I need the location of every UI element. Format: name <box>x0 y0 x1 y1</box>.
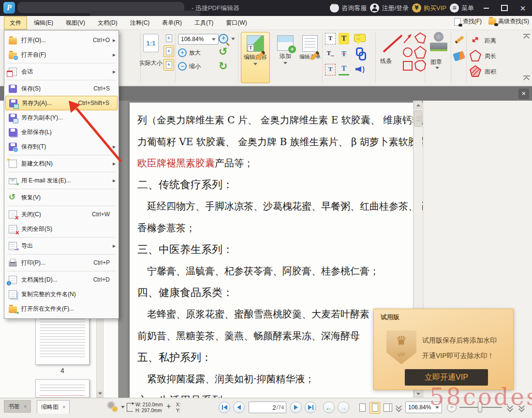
total-pages: /74 <box>277 404 284 410</box>
thumbnail-page-5[interactable] <box>35 379 89 398</box>
last-page-button[interactable] <box>305 402 316 413</box>
edit-content-button[interactable]: 编辑内容 <box>241 32 270 83</box>
zoom-in-button[interactable]: + 放大 <box>178 48 201 57</box>
menu-view[interactable]: 视图(V) <box>60 16 91 30</box>
find-button[interactable]: 查找(F) <box>454 17 482 26</box>
zoom-level-select[interactable]: 106.84% <box>405 402 442 413</box>
magnifier-dropdown-icon[interactable] <box>231 38 235 40</box>
file-menu-item-send-by-email[interactable]: 用 E-mail 发送(E)...▸ <box>4 173 118 188</box>
perimeter-icon[interactable] <box>469 49 482 62</box>
magnifier-icon[interactable] <box>219 34 230 45</box>
polygon-icon[interactable] <box>414 32 427 45</box>
fit-visible-button[interactable] <box>163 59 174 71</box>
customer-service-button[interactable]: 咨询客服 <box>330 3 367 13</box>
fit-page-button[interactable] <box>163 32 174 44</box>
rectangle-icon[interactable] <box>402 60 414 72</box>
zoom-out-button[interactable]: − 缩小 <box>178 62 201 71</box>
strikeout-icon[interactable]: T <box>339 48 349 60</box>
rotate-right-icon[interactable]: ↻ <box>219 61 227 72</box>
two-page-view-button[interactable] <box>382 402 393 414</box>
file-menu-item-export[interactable]: 导出▸ <box>4 239 118 253</box>
file-menu-item-close[interactable]: 关闭(C)Ctrl+W <box>4 207 118 222</box>
menu-window[interactable]: 窗口(W) <box>220 16 252 30</box>
advanced-find-button[interactable]: 高级查找(S) <box>488 17 529 26</box>
note-icon[interactable] <box>354 34 366 42</box>
file-menu-item-open-from[interactable]: 打开自(F)▸ <box>4 47 118 62</box>
collapse-toolbar-icon[interactable] <box>523 75 530 81</box>
add-content-button[interactable]: 添加 <box>274 32 297 83</box>
pentagon-icon[interactable] <box>414 45 427 59</box>
single-page-view-button[interactable] <box>357 402 368 414</box>
distance-icon[interactable]: ↔ <box>469 32 481 45</box>
file-menu-item-open-containing-folder[interactable]: 打开所在文件夹(F)... <box>4 301 118 316</box>
menu-separator <box>7 271 116 271</box>
menu-edit[interactable]: 编辑(E) <box>28 16 59 30</box>
expand-statusbar-icon[interactable] <box>518 404 525 411</box>
more-views-icon[interactable] <box>396 404 402 411</box>
file-menu-item-save[interactable]: 保存(S)Ctrl+S <box>4 81 118 96</box>
scroll-down-icon[interactable] <box>97 390 103 397</box>
eraser-icon[interactable] <box>453 51 465 61</box>
line-icon[interactable] <box>379 33 401 54</box>
cloud-icon[interactable] <box>414 59 427 73</box>
previous-page-button[interactable] <box>233 402 245 413</box>
thumbnails-tab[interactable]: 缩略图× <box>37 400 70 414</box>
scroll-up-icon[interactable] <box>414 101 422 109</box>
page-number-input[interactable]: 2 /74 <box>249 402 286 413</box>
stamp-icon[interactable] <box>429 32 449 53</box>
bookmarks-tab[interactable]: 书签× <box>4 400 31 413</box>
file-menu-item-session[interactable]: 会话▸ <box>4 64 118 79</box>
collapse-toolbar-icon[interactable] <box>523 34 530 40</box>
gear-icon[interactable] <box>108 403 117 411</box>
text-blank-icon[interactable]: T_ <box>325 48 336 60</box>
sound-icon[interactable] <box>355 64 366 75</box>
register-login-button[interactable]: 注册/登录 <box>370 3 409 13</box>
text-box-icon[interactable]: T <box>325 64 336 75</box>
zoom-out-slider-button[interactable]: − <box>447 403 457 412</box>
zoom-slider-handle[interactable] <box>478 401 482 413</box>
file-menu-item-open[interactable]: 打开(O)...Ctrl+O▸ <box>4 33 118 47</box>
chevron-down-icon[interactable] <box>121 406 125 408</box>
highlight-icon[interactable]: T <box>339 33 349 45</box>
underline-icon[interactable]: T <box>339 64 349 75</box>
zoom-level-select[interactable]: 106.84% <box>178 34 219 45</box>
actual-size-icon[interactable]: 1:1 <box>143 34 159 52</box>
close-icon[interactable]: × <box>24 403 27 409</box>
file-menu-item-revert[interactable]: 恢复(V) <box>4 190 118 205</box>
circle-icon[interactable] <box>402 46 414 58</box>
menu-file[interactable]: 文件 <box>4 16 27 30</box>
link-icon[interactable] <box>355 47 366 59</box>
minimize-button[interactable] <box>477 0 495 16</box>
menu-document[interactable]: 文档(D) <box>92 16 123 30</box>
first-page-button[interactable] <box>219 402 230 413</box>
app-menu-button[interactable]: 菜单 <box>450 3 474 13</box>
zoom-in-chevron-icon[interactable] <box>507 404 513 411</box>
text-field-icon[interactable]: T <box>325 33 336 45</box>
file-menu-item-document-properties[interactable]: 文档属性(D)...Ctrl+D <box>4 272 118 287</box>
fit-width-view-button[interactable] <box>369 402 380 414</box>
file-menu-item-close-all[interactable]: 关闭全部(S) <box>4 222 118 236</box>
open-vip-button[interactable]: 立即开通VIP <box>405 369 488 386</box>
close-document-tab-icon[interactable]: × <box>518 89 529 99</box>
menu-tools[interactable]: 工具(T) <box>189 16 219 30</box>
next-page-button[interactable] <box>290 402 302 413</box>
area-icon[interactable] <box>469 65 482 77</box>
arrow-icon[interactable] <box>402 33 413 45</box>
fit-width-button[interactable] <box>163 45 174 57</box>
file-menu-item-print[interactable]: 打印(P)...Ctrl+P <box>4 255 118 270</box>
buy-vip-button[interactable]: ¥ 购买VIP <box>412 3 446 13</box>
file-menu-item-copy-full-filename[interactable]: 复制完整的文件名(N) <box>4 287 118 301</box>
scrollbar-thumb[interactable] <box>414 110 422 127</box>
pencil-icon[interactable] <box>454 34 464 45</box>
close-button[interactable] <box>514 0 532 16</box>
rotate-left-icon[interactable]: ↺ <box>219 46 227 57</box>
thumbnail-page-4[interactable] <box>35 314 89 365</box>
scroll-down-icon[interactable] <box>414 389 422 397</box>
menu-comment[interactable]: 注释(C) <box>124 16 156 30</box>
previous-view-button[interactable]: ← <box>323 402 335 413</box>
close-icon[interactable]: × <box>62 404 65 410</box>
maximize-button[interactable] <box>495 0 514 16</box>
menu-form[interactable]: 表单(R) <box>156 16 188 30</box>
next-view-button[interactable]: → <box>338 402 349 413</box>
edit-form-button[interactable]: 编辑表单 <box>298 32 322 83</box>
